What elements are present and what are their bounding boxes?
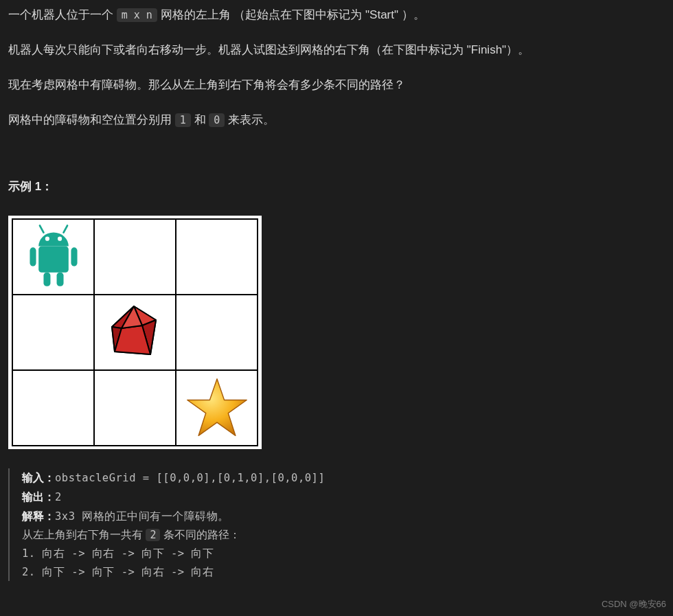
inline-code-grid-size: m x n: [117, 8, 157, 22]
grid-cell-empty: [94, 370, 176, 446]
paths-intro-line: 从左上角到右下角一共有 2 条不同的路径：: [22, 525, 665, 545]
text: 条不同的路径：: [160, 529, 240, 540]
star-icon: [184, 375, 250, 441]
output-value: 2: [55, 491, 62, 503]
svg-marker-16: [187, 379, 246, 436]
svg-line-7: [40, 226, 43, 233]
svg-point-2: [58, 237, 62, 241]
input-label: 输入：: [22, 472, 55, 483]
paths-count: 2: [146, 529, 160, 541]
inline-code-one: 1: [175, 113, 191, 127]
grid-cell-obstacle: [94, 295, 176, 370]
grid-cell-empty: [12, 295, 94, 370]
inline-code-zero: 0: [209, 113, 225, 127]
path-2: 2. 向下 -> 向下 -> 向右 -> 向右: [22, 563, 665, 582]
problem-paragraph-4: 网格中的障碍物和空位置分别用 1 和 0 来表示。: [8, 111, 665, 130]
text: 网格中的障碍物和空位置分别用: [8, 113, 175, 126]
example-io-block: 输入：obstacleGrid = [[0,0,0],[0,1,0],[0,0,…: [8, 468, 665, 581]
watermark: CSDN @晚安66: [602, 597, 666, 612]
problem-paragraph-3: 现在考虑网格中有障碍物。那么从左上角到右下角将会有多少条不同的路径？: [8, 76, 665, 95]
svg-rect-3: [30, 248, 36, 266]
output-label: 输出：: [22, 491, 55, 503]
text: 来表示。: [228, 113, 275, 126]
text: 和: [194, 113, 209, 126]
explain-line: 解释：3x3 网格的正中间有一个障碍物。: [22, 507, 665, 526]
example-1-heading: 示例 1：: [8, 177, 665, 197]
svg-rect-4: [71, 248, 77, 266]
grid-cell-empty: [12, 370, 94, 446]
problem-paragraph-2: 机器人每次只能向下或者向右移动一步。机器人试图达到网格的右下角（在下图中标记为 …: [8, 41, 665, 60]
robot-icon: [22, 223, 85, 291]
path-1: 1. 向右 -> 向右 -> 向下 -> 向下: [22, 545, 665, 563]
problem-paragraph-1: 一个机器人位于一个 m x n 网格的左上角 （起始点在下图中标记为 "Star…: [8, 5, 665, 25]
grid-cell-empty: [176, 219, 258, 295]
svg-line-8: [63, 226, 67, 233]
text: 一个机器人位于一个: [8, 8, 117, 21]
grid-cell-empty: [176, 295, 258, 370]
output-line: 输出：2: [22, 488, 665, 507]
example-grid: [8, 216, 262, 449]
grid-cell-finish: [176, 370, 258, 446]
svg-rect-5: [43, 273, 50, 286]
explain-label: 解释：: [22, 510, 55, 522]
grid-cell-start: [12, 219, 94, 295]
text: 从左上角到右下角一共有: [22, 529, 146, 540]
grid-cell-empty: [94, 219, 176, 295]
input-value: obstacleGrid = [[0,0,0],[0,1,0],[0,0,0]]: [55, 472, 325, 484]
svg-point-1: [45, 237, 49, 241]
ruby-icon: [101, 298, 170, 367]
input-line: 输入：obstacleGrid = [[0,0,0],[0,1,0],[0,0,…: [22, 468, 665, 488]
explain-value: 3x3 网格的正中间有一个障碍物。: [55, 510, 229, 523]
svg-rect-6: [56, 273, 63, 286]
text: 网格的左上角 （起始点在下图中标记为 "Start" ）。: [161, 8, 425, 21]
svg-rect-0: [38, 247, 69, 273]
